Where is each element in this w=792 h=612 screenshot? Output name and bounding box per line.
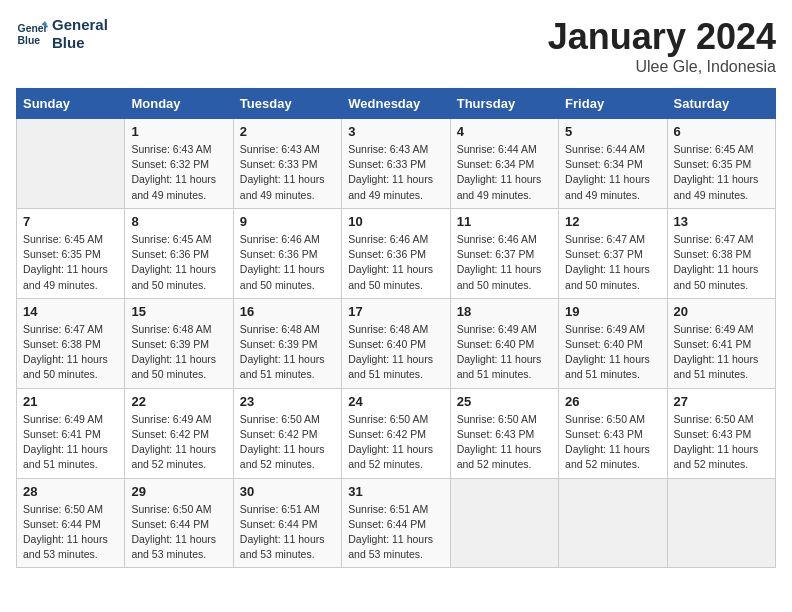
day-number: 20 (674, 304, 769, 319)
day-number: 21 (23, 394, 118, 409)
calendar-cell: 20Sunrise: 6:49 AM Sunset: 6:41 PM Dayli… (667, 298, 775, 388)
day-number: 8 (131, 214, 226, 229)
calendar-cell: 26Sunrise: 6:50 AM Sunset: 6:43 PM Dayli… (559, 388, 667, 478)
day-number: 13 (674, 214, 769, 229)
calendar-cell: 24Sunrise: 6:50 AM Sunset: 6:42 PM Dayli… (342, 388, 450, 478)
calendar-cell: 1Sunrise: 6:43 AM Sunset: 6:32 PM Daylig… (125, 119, 233, 209)
day-info: Sunrise: 6:44 AM Sunset: 6:34 PM Dayligh… (457, 142, 552, 203)
logo: General Blue GeneralBlue (16, 16, 108, 52)
day-info: Sunrise: 6:47 AM Sunset: 6:38 PM Dayligh… (674, 232, 769, 293)
day-number: 27 (674, 394, 769, 409)
calendar-cell: 21Sunrise: 6:49 AM Sunset: 6:41 PM Dayli… (17, 388, 125, 478)
calendar-cell (559, 478, 667, 568)
day-info: Sunrise: 6:50 AM Sunset: 6:43 PM Dayligh… (457, 412, 552, 473)
day-info: Sunrise: 6:49 AM Sunset: 6:41 PM Dayligh… (23, 412, 118, 473)
day-number: 5 (565, 124, 660, 139)
weekday-header-row: SundayMondayTuesdayWednesdayThursdayFrid… (17, 89, 776, 119)
weekday-header: Saturday (667, 89, 775, 119)
day-info: Sunrise: 6:43 AM Sunset: 6:33 PM Dayligh… (240, 142, 335, 203)
logo-text: GeneralBlue (52, 16, 108, 52)
calendar-cell: 9Sunrise: 6:46 AM Sunset: 6:36 PM Daylig… (233, 208, 341, 298)
calendar-week-row: 21Sunrise: 6:49 AM Sunset: 6:41 PM Dayli… (17, 388, 776, 478)
day-number: 26 (565, 394, 660, 409)
calendar-cell (450, 478, 558, 568)
location: Ulee Gle, Indonesia (548, 58, 776, 76)
day-info: Sunrise: 6:49 AM Sunset: 6:42 PM Dayligh… (131, 412, 226, 473)
calendar-cell: 15Sunrise: 6:48 AM Sunset: 6:39 PM Dayli… (125, 298, 233, 388)
day-info: Sunrise: 6:48 AM Sunset: 6:40 PM Dayligh… (348, 322, 443, 383)
calendar-cell: 18Sunrise: 6:49 AM Sunset: 6:40 PM Dayli… (450, 298, 558, 388)
calendar-cell: 2Sunrise: 6:43 AM Sunset: 6:33 PM Daylig… (233, 119, 341, 209)
day-info: Sunrise: 6:49 AM Sunset: 6:40 PM Dayligh… (565, 322, 660, 383)
day-number: 14 (23, 304, 118, 319)
day-number: 3 (348, 124, 443, 139)
day-number: 23 (240, 394, 335, 409)
day-number: 1 (131, 124, 226, 139)
calendar-cell: 27Sunrise: 6:50 AM Sunset: 6:43 PM Dayli… (667, 388, 775, 478)
calendar-cell: 10Sunrise: 6:46 AM Sunset: 6:36 PM Dayli… (342, 208, 450, 298)
day-info: Sunrise: 6:51 AM Sunset: 6:44 PM Dayligh… (348, 502, 443, 563)
day-info: Sunrise: 6:43 AM Sunset: 6:33 PM Dayligh… (348, 142, 443, 203)
day-number: 18 (457, 304, 552, 319)
calendar-cell: 19Sunrise: 6:49 AM Sunset: 6:40 PM Dayli… (559, 298, 667, 388)
calendar-week-row: 28Sunrise: 6:50 AM Sunset: 6:44 PM Dayli… (17, 478, 776, 568)
day-info: Sunrise: 6:46 AM Sunset: 6:36 PM Dayligh… (240, 232, 335, 293)
logo-icon: General Blue (16, 18, 48, 50)
day-info: Sunrise: 6:49 AM Sunset: 6:40 PM Dayligh… (457, 322, 552, 383)
day-info: Sunrise: 6:49 AM Sunset: 6:41 PM Dayligh… (674, 322, 769, 383)
calendar-cell: 14Sunrise: 6:47 AM Sunset: 6:38 PM Dayli… (17, 298, 125, 388)
day-number: 6 (674, 124, 769, 139)
day-info: Sunrise: 6:46 AM Sunset: 6:36 PM Dayligh… (348, 232, 443, 293)
day-number: 16 (240, 304, 335, 319)
day-info: Sunrise: 6:50 AM Sunset: 6:43 PM Dayligh… (565, 412, 660, 473)
day-number: 10 (348, 214, 443, 229)
day-info: Sunrise: 6:45 AM Sunset: 6:35 PM Dayligh… (23, 232, 118, 293)
day-number: 29 (131, 484, 226, 499)
day-number: 11 (457, 214, 552, 229)
weekday-header: Thursday (450, 89, 558, 119)
day-number: 9 (240, 214, 335, 229)
calendar-cell: 16Sunrise: 6:48 AM Sunset: 6:39 PM Dayli… (233, 298, 341, 388)
weekday-header: Sunday (17, 89, 125, 119)
calendar-cell: 4Sunrise: 6:44 AM Sunset: 6:34 PM Daylig… (450, 119, 558, 209)
svg-text:Blue: Blue (18, 35, 41, 46)
day-info: Sunrise: 6:50 AM Sunset: 6:44 PM Dayligh… (23, 502, 118, 563)
day-number: 15 (131, 304, 226, 319)
calendar-cell: 13Sunrise: 6:47 AM Sunset: 6:38 PM Dayli… (667, 208, 775, 298)
day-number: 19 (565, 304, 660, 319)
day-info: Sunrise: 6:47 AM Sunset: 6:37 PM Dayligh… (565, 232, 660, 293)
day-number: 7 (23, 214, 118, 229)
title-block: January 2024 Ulee Gle, Indonesia (548, 16, 776, 76)
day-info: Sunrise: 6:48 AM Sunset: 6:39 PM Dayligh… (131, 322, 226, 383)
day-info: Sunrise: 6:50 AM Sunset: 6:43 PM Dayligh… (674, 412, 769, 473)
day-info: Sunrise: 6:45 AM Sunset: 6:35 PM Dayligh… (674, 142, 769, 203)
day-number: 17 (348, 304, 443, 319)
calendar-cell: 29Sunrise: 6:50 AM Sunset: 6:44 PM Dayli… (125, 478, 233, 568)
calendar-cell: 6Sunrise: 6:45 AM Sunset: 6:35 PM Daylig… (667, 119, 775, 209)
day-info: Sunrise: 6:50 AM Sunset: 6:42 PM Dayligh… (348, 412, 443, 473)
calendar-table: SundayMondayTuesdayWednesdayThursdayFrid… (16, 88, 776, 568)
day-number: 31 (348, 484, 443, 499)
calendar-cell: 12Sunrise: 6:47 AM Sunset: 6:37 PM Dayli… (559, 208, 667, 298)
day-number: 30 (240, 484, 335, 499)
day-info: Sunrise: 6:47 AM Sunset: 6:38 PM Dayligh… (23, 322, 118, 383)
calendar-cell: 28Sunrise: 6:50 AM Sunset: 6:44 PM Dayli… (17, 478, 125, 568)
calendar-cell: 8Sunrise: 6:45 AM Sunset: 6:36 PM Daylig… (125, 208, 233, 298)
weekday-header: Tuesday (233, 89, 341, 119)
calendar-cell (667, 478, 775, 568)
day-number: 12 (565, 214, 660, 229)
calendar-cell (17, 119, 125, 209)
day-info: Sunrise: 6:50 AM Sunset: 6:42 PM Dayligh… (240, 412, 335, 473)
day-number: 24 (348, 394, 443, 409)
day-info: Sunrise: 6:46 AM Sunset: 6:37 PM Dayligh… (457, 232, 552, 293)
day-info: Sunrise: 6:44 AM Sunset: 6:34 PM Dayligh… (565, 142, 660, 203)
day-number: 28 (23, 484, 118, 499)
day-info: Sunrise: 6:43 AM Sunset: 6:32 PM Dayligh… (131, 142, 226, 203)
calendar-cell: 31Sunrise: 6:51 AM Sunset: 6:44 PM Dayli… (342, 478, 450, 568)
calendar-cell: 30Sunrise: 6:51 AM Sunset: 6:44 PM Dayli… (233, 478, 341, 568)
calendar-cell: 5Sunrise: 6:44 AM Sunset: 6:34 PM Daylig… (559, 119, 667, 209)
page-header: General Blue GeneralBlue January 2024 Ul… (16, 16, 776, 76)
calendar-week-row: 1Sunrise: 6:43 AM Sunset: 6:32 PM Daylig… (17, 119, 776, 209)
weekday-header: Wednesday (342, 89, 450, 119)
day-info: Sunrise: 6:51 AM Sunset: 6:44 PM Dayligh… (240, 502, 335, 563)
